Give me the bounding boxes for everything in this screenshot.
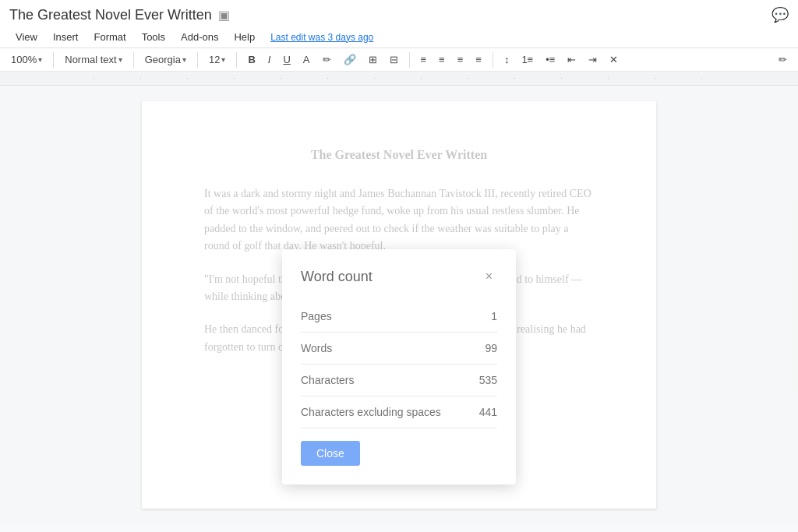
last-edit: Last edit was 3 days ago <box>270 32 373 43</box>
insert-image-button[interactable]: ⊞ <box>364 51 382 68</box>
title-bar: The Greatest Novel Ever Written ▣ 💬 View… <box>0 0 798 48</box>
numbered-list-button[interactable]: 1≡ <box>517 51 538 68</box>
align-left-button[interactable]: ≡ <box>416 51 432 68</box>
insert-special-button[interactable]: ⊟ <box>385 51 403 68</box>
sep6 <box>493 52 493 68</box>
size-value: 12 <box>209 54 220 65</box>
sep4 <box>236 52 237 68</box>
text-color-button[interactable]: A <box>298 51 315 68</box>
increase-indent-button[interactable]: ⇥ <box>584 51 602 68</box>
line-spacing-button[interactable]: ↕ <box>500 51 514 68</box>
underline-button[interactable]: U <box>278 51 295 68</box>
decrease-indent-button[interactable]: ⇤ <box>563 51 581 68</box>
sep3 <box>197 52 198 68</box>
style-value: Normal text <box>65 54 116 65</box>
menu-addons[interactable]: Add-ons <box>175 28 224 46</box>
style-dropdown[interactable]: Normal text ▾ <box>60 51 126 68</box>
italic-button[interactable]: I <box>263 51 276 68</box>
justify-button[interactable]: ≡ <box>471 51 486 68</box>
zoom-dropdown[interactable]: 100% ▾ <box>6 51 47 68</box>
align-center-button[interactable]: ≡ <box>434 51 450 68</box>
link-button[interactable]: 🔗 <box>339 51 361 68</box>
style-arrow: ▾ <box>118 55 122 64</box>
menu-tools[interactable]: Tools <box>136 28 171 46</box>
font-dropdown[interactable]: Georgia ▾ <box>140 51 191 68</box>
edit-button[interactable]: ✏ <box>774 51 792 68</box>
comments-icon[interactable]: 💬 <box>772 6 789 23</box>
size-dropdown[interactable]: 12 ▾ <box>204 51 230 68</box>
sep2 <box>133 52 134 68</box>
font-value: Georgia <box>145 54 181 65</box>
clear-format-button[interactable]: ✕ <box>605 51 623 68</box>
menu-format[interactable]: Format <box>87 28 132 46</box>
font-arrow: ▾ <box>182 55 186 64</box>
menu-view[interactable]: View <box>9 28 44 46</box>
sep1 <box>53 52 54 68</box>
overlay <box>0 86 798 524</box>
zoom-arrow: ▾ <box>38 55 42 64</box>
menu-help[interactable]: Help <box>228 28 261 46</box>
align-right-button[interactable]: ≡ <box>453 51 468 68</box>
doc-title: The Greatest Novel Ever Written <box>9 7 212 23</box>
bulleted-list-button[interactable]: •≡ <box>541 51 560 68</box>
ruler <box>0 72 798 86</box>
menu-bar: View Insert Format Tools Add-ons Help La… <box>9 26 789 48</box>
toolbar: 100% ▾ Normal text ▾ Georgia ▾ 12 ▾ B I … <box>0 48 798 72</box>
folder-icon: ▣ <box>218 8 230 23</box>
highlight-button[interactable]: ✏ <box>318 51 336 68</box>
size-arrow: ▾ <box>221 55 225 64</box>
bold-button[interactable]: B <box>243 51 260 68</box>
zoom-value: 100% <box>11 54 37 65</box>
menu-insert[interactable]: Insert <box>47 28 85 46</box>
doc-area: The Greatest Novel Ever Written It was a… <box>0 86 798 524</box>
zoom-group: 100% ▾ <box>6 51 47 68</box>
ruler-line <box>94 78 704 79</box>
sep5 <box>409 52 410 68</box>
